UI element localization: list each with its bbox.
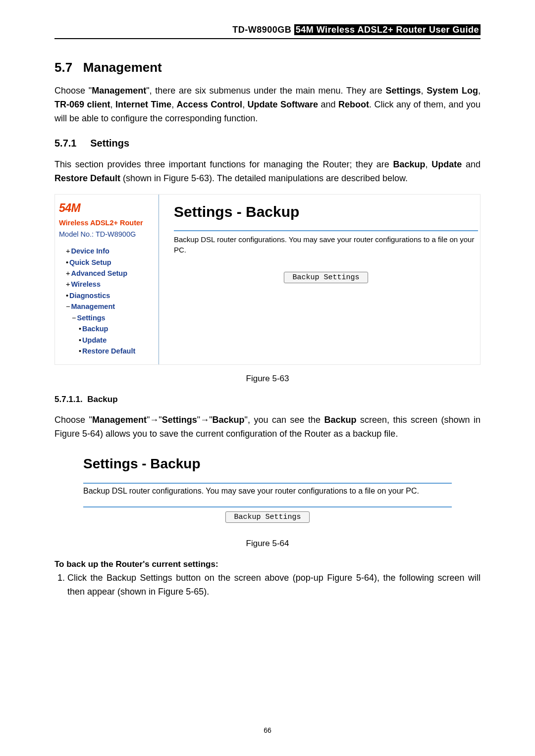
figure-caption-64: Figure 5-64 (54, 539, 481, 549)
router-main-panel: Settings - Backup Backup DSL router conf… (159, 195, 480, 364)
nav-quick-setup[interactable]: •Quick Setup (59, 257, 155, 268)
panel-title: Settings - Backup (174, 203, 478, 220)
intro-paragraph: Choose "Management", there are six subme… (54, 84, 481, 126)
brand-subtitle: Wireless ADSL2+ Router (59, 217, 155, 228)
backup-paragraph: Choose "Management"→"Settings"→"Backup",… (54, 413, 481, 441)
router-ui-screenshot: 54M Wireless ADSL2+ Router Model No.: TD… (54, 194, 481, 365)
divider (174, 230, 478, 231)
backup-settings-button-2[interactable]: Backup Settings (225, 511, 309, 523)
subsub-number: 5.7.1.1. (54, 395, 83, 404)
page-header: TD-W8900GB 54M Wireless ADSL2+ Router Us… (54, 25, 481, 39)
subsection-title: Settings (90, 138, 129, 149)
nav-settings[interactable]: −Settings (59, 312, 155, 323)
brand-logo: 54M (59, 200, 155, 217)
router-sidebar: 54M Wireless ADSL2+ Router Model No.: TD… (55, 195, 159, 364)
subsubsection-heading: 5.7.1.1. Backup (54, 395, 481, 404)
section-number: 5.7 (54, 60, 72, 75)
section-title: Management (83, 60, 162, 75)
steps-list: Click the Backup Settings button on the … (54, 571, 481, 599)
header-title-inverse: 54M Wireless ADSL2+ Router User Guide (294, 24, 481, 35)
panel-title-2: Settings - Backup (83, 456, 452, 472)
divider (83, 506, 452, 507)
section-heading: 5.7 Management (54, 60, 481, 75)
nav-diagnostics[interactable]: •Diagnostics (59, 290, 155, 301)
step-1: Click the Backup Settings button on the … (67, 571, 481, 599)
brand-model: Model No.: TD-W8900G (59, 229, 155, 240)
minus-icon: − (72, 314, 76, 322)
plus-icon: + (66, 247, 70, 255)
panel-description-2: Backup DSL router configurations. You ma… (83, 487, 452, 496)
nav-advanced-setup[interactable]: +Advanced Setup (59, 268, 155, 279)
plus-icon: + (66, 269, 70, 277)
divider (83, 483, 452, 484)
nav-restore-default[interactable]: •Restore Default (59, 346, 155, 356)
nav-device-info[interactable]: +Device Info (59, 246, 155, 256)
router-ui-screenshot-2: Settings - Backup Backup DSL router conf… (54, 450, 481, 530)
dot-icon: • (66, 258, 68, 266)
backup-settings-button[interactable]: Backup Settings (284, 272, 368, 283)
dot-icon: • (66, 292, 68, 300)
minus-icon: − (66, 302, 70, 310)
nav-backup[interactable]: •Backup (59, 323, 155, 334)
subsection-number: 5.7.1 (54, 138, 76, 149)
page-number: 66 (0, 726, 535, 734)
nav-management[interactable]: −Management (59, 301, 155, 312)
dot-icon: • (79, 325, 81, 333)
plus-icon: + (66, 280, 70, 288)
panel-description: Backup DSL router configurations. You ma… (174, 234, 478, 255)
subsection-heading: 5.7.1 Settings (54, 138, 481, 149)
settings-paragraph: This section provides three important fu… (54, 158, 481, 186)
dot-icon: • (79, 347, 81, 355)
nav-update[interactable]: •Update (59, 335, 155, 346)
subsub-title: Backup (87, 395, 117, 404)
header-model: TD-W8900GB (232, 25, 291, 35)
steps-heading: To back up the Router's current settings… (54, 559, 481, 569)
nav-wireless[interactable]: +Wireless (59, 279, 155, 290)
figure-caption-63: Figure 5-63 (54, 374, 481, 384)
dot-icon: • (79, 336, 81, 344)
